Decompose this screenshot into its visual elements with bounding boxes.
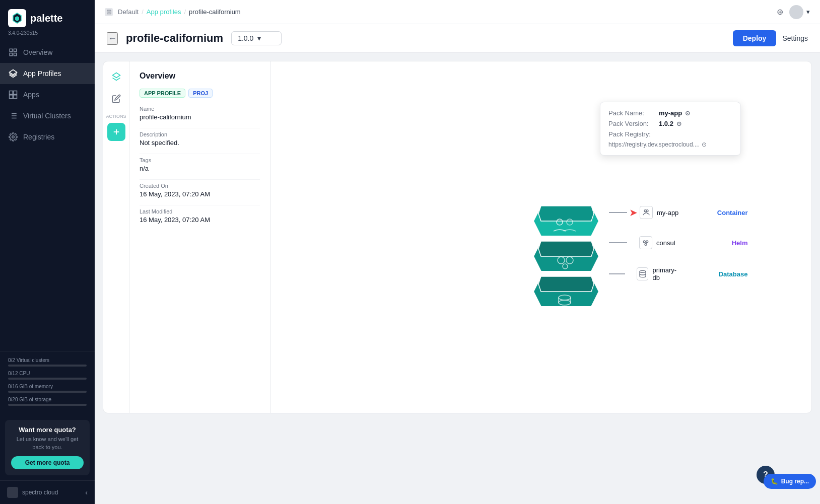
service-row-primary-db: primary-db Database — [609, 266, 747, 281]
sidebar-item-overview[interactable]: Overview — [0, 42, 95, 63]
tooltip-registry-link[interactable]: https://registry.dev.spectrocloud.... ⊙ — [608, 141, 732, 148]
svg-marker-20 — [538, 276, 594, 292]
overview-heading: Overview — [140, 71, 260, 81]
sidebar-item-virtual-clusters-label: Virtual Clusters — [23, 112, 71, 120]
gear-icon — [8, 132, 18, 142]
sidebar-item-apps-label: Apps — [23, 91, 39, 99]
breadcrumb: ⊞ Default / App profiles / profile-calif… — [105, 8, 241, 16]
sidebar-footer: spectro cloud ‹ — [0, 480, 95, 504]
topbar-right: ⊕ ▾ — [777, 5, 810, 19]
resource-memory-label: 0/16 GiB of memory — [8, 384, 87, 389]
service-row-consul: consul Helm — [609, 236, 747, 249]
services-column: ➤ my-app Container — [609, 206, 747, 281]
resource-virtual-clusters-label: 0/2 Virtual clusters — [8, 357, 87, 363]
spectro-logo-icon — [7, 487, 18, 498]
deploy-button[interactable]: Deploy — [733, 30, 777, 46]
version-select[interactable]: 1.0.0 ▾ — [231, 31, 282, 45]
resource-storage-label: 0/20 GiB of storage — [8, 397, 87, 402]
breadcrumb-icon: ⊞ — [105, 8, 113, 16]
svg-point-37 — [643, 241, 645, 243]
page-header-left: ← profile-californium 1.0.0 ▾ — [107, 31, 282, 45]
badge-row: APP PROFILE PROJ — [140, 89, 260, 98]
globe-icon[interactable]: ⊕ — [777, 7, 783, 17]
bug-report-button[interactable]: 🐛 Bug rep... — [764, 474, 816, 489]
service-name-my-app: my-app — [657, 209, 678, 217]
svg-point-15 — [12, 136, 15, 138]
sidebar-item-registries[interactable]: Registries — [0, 126, 95, 148]
sidebar-item-app-profiles[interactable]: App Profiles — [0, 63, 95, 84]
field-name: Name profile-californium — [140, 106, 260, 121]
collapse-sidebar-button[interactable]: ‹ — [85, 488, 88, 496]
primary-db-service-icon — [637, 267, 648, 280]
resource-cpu-label: 0/12 CPU — [8, 371, 87, 376]
tooltip-pack-name-value: my-app ⊙ — [659, 109, 690, 117]
svg-rect-5 — [10, 91, 13, 95]
field-created-on: Created On 16 May, 2023, 07:20 AM — [140, 183, 260, 198]
badge-proj: PROJ — [188, 89, 213, 98]
copy-pack-name-icon[interactable]: ⊙ — [685, 110, 690, 117]
main-area: ⊞ Default / App profiles / profile-calif… — [95, 0, 820, 504]
red-arrow-icon: ➤ — [629, 206, 638, 219]
service-name-consul: consul — [656, 239, 675, 247]
svg-rect-2 — [10, 53, 12, 56]
grid-icon — [8, 47, 18, 57]
tooltip-pack-version-value: 1.0.2 ⊙ — [659, 120, 681, 127]
svg-rect-3 — [14, 53, 17, 56]
field-tags-label: Tags — [140, 157, 260, 163]
pack-tooltip: Pack Name: my-app ⊙ Pack Version: 1.0.2 … — [600, 102, 741, 156]
nav: Overview App Profiles Apps Virtual Clust… — [0, 42, 95, 351]
chevron-down-icon: ▾ — [257, 34, 261, 42]
connector-line-2 — [609, 242, 627, 243]
field-name-value: profile-californium — [140, 113, 260, 121]
sidebar-item-registries-label: Registries — [23, 133, 54, 141]
service-name-primary-db: primary-db — [652, 266, 680, 281]
breadcrumb-sep1: / — [142, 8, 144, 16]
tooltip-pack-name-row: Pack Name: my-app ⊙ — [608, 109, 732, 117]
connector-line-1 — [609, 212, 627, 213]
svg-point-39 — [645, 243, 647, 245]
breadcrumb-app-profiles[interactable]: App profiles — [147, 8, 181, 16]
tooltip-pack-registry-row: Pack Registry: — [608, 130, 732, 138]
breadcrumb-default[interactable]: Default — [118, 8, 139, 16]
connector-line-3 — [609, 273, 625, 274]
svg-rect-1 — [14, 49, 17, 51]
resource-cpu: 0/12 CPU — [8, 371, 87, 380]
sidebar-item-app-profiles-label: App Profiles — [23, 69, 61, 78]
sidebar-item-virtual-clusters[interactable]: Virtual Clusters — [0, 105, 95, 126]
sidebar-item-overview-label: Overview — [23, 48, 52, 56]
breadcrumb-current: profile-californium — [189, 8, 241, 16]
back-button[interactable]: ← — [107, 32, 118, 45]
overview-tab-icon[interactable] — [107, 67, 125, 86]
svg-point-36 — [646, 210, 648, 212]
add-layer-button[interactable] — [107, 123, 125, 141]
sidebar-item-apps[interactable]: Apps — [0, 84, 95, 105]
tooltip-pack-version-row: Pack Version: 1.0.2 ⊙ — [608, 120, 732, 127]
user-name: ▾ — [806, 8, 810, 16]
edit-tab-icon[interactable] — [107, 90, 125, 108]
field-modified-label: Last Modified — [140, 208, 260, 214]
settings-button[interactable]: Settings — [782, 34, 808, 42]
breadcrumb-sep2: / — [184, 8, 186, 16]
arrow-spacer-2 — [631, 241, 635, 245]
copy-registry-icon[interactable]: ⊙ — [702, 141, 707, 148]
arrow-spacer-3 — [629, 272, 633, 276]
details-panel: Overview APP PROFILE PROJ Name profile-c… — [129, 61, 270, 413]
actions-label: ACTIONS — [106, 112, 126, 119]
layers-icon — [8, 68, 18, 79]
svg-rect-7 — [10, 95, 13, 99]
svg-marker-27 — [538, 241, 594, 256]
copy-version-icon[interactable]: ⊙ — [676, 120, 681, 127]
topbar: ⊞ Default / App profiles / profile-calif… — [95, 0, 820, 24]
tooltip-pack-name-label: Pack Name: — [608, 109, 659, 117]
svg-rect-6 — [14, 91, 17, 95]
version-value: 1.0.0 — [238, 34, 253, 42]
resource-virtual-clusters: 0/2 Virtual clusters — [8, 357, 87, 367]
content-card: ACTIONS Overview APP PROFILE PROJ Name — [103, 61, 812, 413]
svg-point-40 — [640, 270, 646, 272]
quota-button[interactable]: Get more quota — [11, 456, 84, 469]
service-type-consul: Helm — [732, 239, 748, 247]
user-menu[interactable]: ▾ — [789, 5, 810, 19]
field-description-value: Not specified. — [140, 139, 260, 147]
quota-box: Want more quota? Let us know and we'll g… — [5, 420, 90, 475]
service-type-primary-db: Database — [719, 270, 748, 278]
